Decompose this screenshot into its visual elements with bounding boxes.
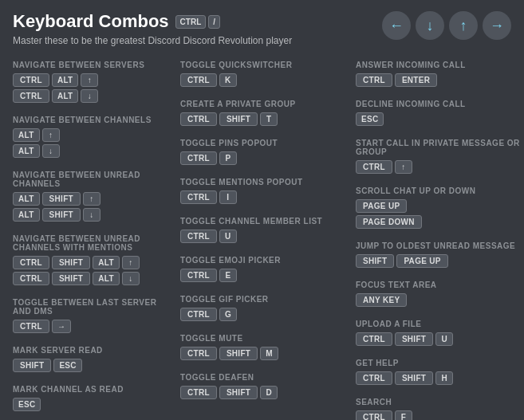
key-badge: CTRL xyxy=(13,89,49,103)
key-badge: ALT xyxy=(52,73,79,87)
key-badge: CTRL xyxy=(180,112,217,126)
group-label: TOGGLE EMOJI PICKER xyxy=(180,256,348,265)
group-label: GET HELP xyxy=(356,359,523,367)
nav-up-button[interactable]: ↑ xyxy=(449,11,478,40)
key-badge: H xyxy=(435,371,453,385)
key-badge: G xyxy=(219,308,237,321)
page-title: Keyboard Combos xyxy=(13,11,169,32)
keys-row: CTRLSHIFTALT↓ xyxy=(13,272,172,285)
main-container: Keyboard Combos CTRL / Master these to b… xyxy=(0,0,524,420)
key-badge: SHIFT xyxy=(219,347,258,360)
column-2: ANSWER INCOMING CALLCTRLENTERDECLINE INC… xyxy=(356,61,524,420)
shortcut-group: TOGGLE CHANNEL MEMBER LISTCTRLU xyxy=(180,217,348,243)
key-badge: PAGE UP xyxy=(396,254,447,268)
key-badge: ↓ xyxy=(83,208,100,222)
header-badge: CTRL / xyxy=(175,15,220,29)
keys-row: CTRLALT↑ xyxy=(13,73,172,87)
key-badge: SHIFT xyxy=(13,359,51,372)
shortcut-group: ANSWER INCOMING CALLCTRLENTER xyxy=(356,61,523,87)
key-badge: SHIFT xyxy=(356,254,394,268)
shortcut-group: SEARCHCTRLF xyxy=(356,398,523,420)
keys-row: ALTSHIFT↓ xyxy=(13,208,172,222)
key-badge: ALT xyxy=(93,272,120,285)
group-label: NAVIGATE BETWEEN UNREAD CHANNELS xyxy=(13,171,172,188)
badge-ctrl: CTRL xyxy=(175,15,207,29)
nav-right-button[interactable]: → xyxy=(483,11,511,40)
group-label: DECLINE INCOMING CALL xyxy=(356,100,523,108)
key-badge: ↓ xyxy=(122,272,140,285)
group-label: NAVIGATE BETWEEN SERVERS xyxy=(13,61,172,69)
key-badge: SHIFT xyxy=(52,272,90,285)
key-badge: T xyxy=(260,112,278,126)
keys-row: CTRLSHIFTM xyxy=(180,347,348,360)
group-label: FOCUS TEXT AREA xyxy=(356,281,523,289)
key-badge: ALT xyxy=(52,89,79,103)
key-badge: ↑ xyxy=(81,73,98,87)
shortcut-group: JUMP TO OLDEST UNREAD MESSAGESHIFTPAGE U… xyxy=(356,241,523,268)
key-badge: D xyxy=(260,386,278,399)
group-label: TOGGLE QUICKSWITCHER xyxy=(180,61,348,69)
group-label: TOGGLE MENTIONS POPOUT xyxy=(180,178,348,186)
group-label: MARK CHANNEL AS READ xyxy=(13,385,172,394)
nav-down-button[interactable]: ↓ xyxy=(416,11,444,40)
key-badge: K xyxy=(219,73,237,87)
key-badge: SHIFT xyxy=(395,371,433,385)
key-badge: ↑ xyxy=(122,256,140,269)
key-badge: PAGE UP xyxy=(356,199,407,213)
key-badge: CTRL xyxy=(13,256,49,269)
shortcut-columns: NAVIGATE BETWEEN SERVERSCTRLALT↑CTRLALT↓… xyxy=(13,61,511,420)
key-badge: ESC xyxy=(53,359,81,372)
column-1: TOGGLE QUICKSWITCHERCTRLKCREATE A PRIVAT… xyxy=(180,61,356,420)
key-badge: U xyxy=(219,230,237,243)
shortcut-group: MARK CHANNEL AS READESC xyxy=(13,385,172,411)
shortcut-group: TOGGLE PINS POPOUTCTRLP xyxy=(180,139,348,165)
key-badge: SHIFT xyxy=(219,386,258,399)
key-badge: ALT xyxy=(13,128,40,142)
keys-row: PAGE DOWN xyxy=(356,215,523,229)
key-badge: CTRL xyxy=(180,386,217,399)
shortcut-group: TOGGLE DEAFENCTRLSHIFTD xyxy=(180,373,348,399)
key-badge: CTRL xyxy=(180,230,217,243)
shortcut-group: NAVIGATE BETWEEN CHANNELSALT↑ALT↓ xyxy=(13,116,172,158)
key-badge: ↓ xyxy=(81,89,98,103)
key-badge: SHIFT xyxy=(219,112,258,126)
key-badge: CTRL xyxy=(13,320,49,333)
group-label: NAVIGATE BETWEEN UNREAD CHANNELS WITH ME… xyxy=(13,234,172,252)
key-badge: ALT xyxy=(13,208,40,222)
keys-row: SHIFTESC xyxy=(13,359,172,372)
keys-row: CTRLENTER xyxy=(356,73,523,87)
key-badge: CTRL xyxy=(356,410,392,420)
shortcut-group: GET HELPCTRLSHIFTH xyxy=(356,359,523,385)
keys-row: CTRLSHIFTALT↑ xyxy=(13,256,172,269)
key-badge: E xyxy=(219,269,237,282)
key-badge: CTRL xyxy=(356,160,392,174)
keys-row: CTRLSHIFTT xyxy=(180,112,348,126)
shortcut-group: TOGGLE QUICKSWITCHERCTRLK xyxy=(180,61,348,87)
keys-row: CTRLI xyxy=(180,190,348,204)
keys-row: CTRLSHIFTH xyxy=(356,371,523,385)
shortcut-group: DECLINE INCOMING CALLESC xyxy=(356,100,523,126)
shortcut-group: SCROLL CHAT UP OR DOWNPAGE UPPAGE DOWN xyxy=(356,186,523,229)
key-badge: CTRL xyxy=(180,269,217,282)
keys-row: ALT↑ xyxy=(13,128,172,142)
key-badge: CTRL xyxy=(356,371,392,385)
keys-row: ESC xyxy=(13,398,172,411)
keys-row: CTRLK xyxy=(180,73,348,87)
shortcut-group: TOGGLE MENTIONS POPOUTCTRLI xyxy=(180,178,348,204)
key-badge: P xyxy=(219,151,237,165)
key-badge: ↑ xyxy=(42,128,60,142)
key-badge: ↓ xyxy=(42,144,60,158)
shortcut-group: START CALL IN PRIVATE MESSAGE OR GROUPCT… xyxy=(356,139,523,174)
key-badge: CTRL xyxy=(13,73,49,87)
keys-row: CTRLF xyxy=(356,410,523,420)
key-badge: CTRL xyxy=(356,332,392,346)
keys-row: CTRLU xyxy=(180,230,348,243)
key-badge: SHIFT xyxy=(395,332,433,346)
nav-left-button[interactable]: ← xyxy=(382,11,411,40)
key-badge: ALT xyxy=(13,192,40,206)
key-badge: → xyxy=(52,320,71,333)
keys-row: CTRLG xyxy=(180,308,348,321)
keys-row: CTRL↑ xyxy=(356,160,523,174)
group-label: TOGGLE MUTE xyxy=(180,334,348,343)
shortcut-group: FOCUS TEXT AREAANY KEY xyxy=(356,281,523,307)
